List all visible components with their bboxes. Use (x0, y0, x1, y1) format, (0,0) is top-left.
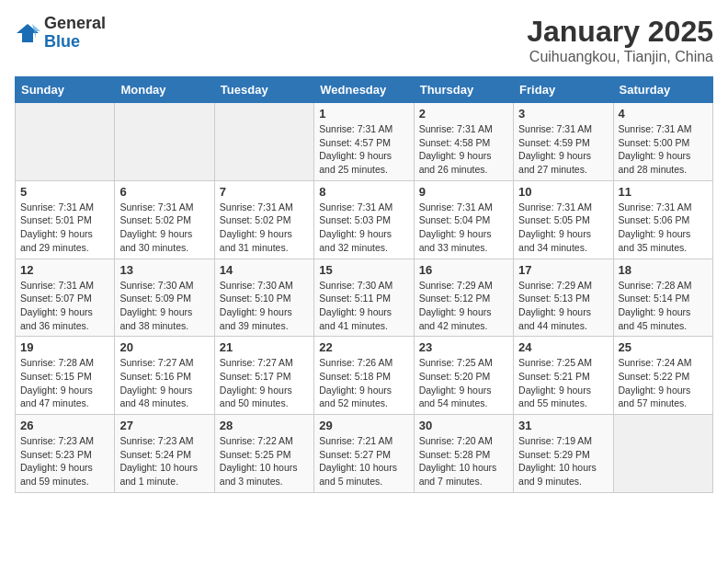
day-info: Sunrise: 7:29 AM Sunset: 5:13 PM Dayligh… (518, 279, 608, 333)
title-block: January 2025 Cuihuangkou, Tianjin, China (527, 15, 713, 65)
day-info: Sunrise: 7:19 AM Sunset: 5:29 PM Dayligh… (518, 434, 608, 488)
day-info: Sunrise: 7:30 AM Sunset: 5:10 PM Dayligh… (220, 279, 309, 333)
day-cell: 19Sunrise: 7:28 AM Sunset: 5:15 PM Dayli… (16, 337, 115, 415)
day-info: Sunrise: 7:22 AM Sunset: 5:25 PM Dayligh… (220, 434, 309, 488)
day-cell: 14Sunrise: 7:30 AM Sunset: 5:10 PM Dayli… (214, 259, 313, 337)
day-cell: 29Sunrise: 7:21 AM Sunset: 5:27 PM Dayli… (314, 415, 414, 493)
calendar-title: January 2025 (527, 15, 713, 49)
weekday-header-row: SundayMondayTuesdayWednesdayThursdayFrid… (16, 77, 713, 103)
day-number: 31 (518, 419, 608, 432)
day-number: 8 (319, 185, 408, 199)
weekday-header-monday: Monday (115, 77, 214, 103)
page-header: General Blue January 2025 Cuihuangkou, T… (15, 15, 713, 65)
day-cell: 27Sunrise: 7:23 AM Sunset: 5:24 PM Dayli… (115, 415, 214, 493)
weekday-header-wednesday: Wednesday (314, 77, 414, 103)
day-info: Sunrise: 7:30 AM Sunset: 5:09 PM Dayligh… (119, 279, 209, 333)
day-number: 17 (518, 263, 608, 277)
day-number: 1 (319, 107, 408, 121)
day-cell: 4Sunrise: 7:31 AM Sunset: 5:00 PM Daylig… (613, 103, 712, 181)
day-cell: 17Sunrise: 7:29 AM Sunset: 5:13 PM Dayli… (514, 259, 613, 337)
day-number: 7 (220, 185, 309, 199)
day-info: Sunrise: 7:29 AM Sunset: 5:12 PM Dayligh… (419, 279, 508, 333)
day-info: Sunrise: 7:25 AM Sunset: 5:21 PM Dayligh… (518, 356, 608, 410)
day-cell: 20Sunrise: 7:27 AM Sunset: 5:16 PM Dayli… (115, 337, 214, 415)
day-info: Sunrise: 7:30 AM Sunset: 5:11 PM Dayligh… (319, 279, 408, 333)
day-cell: 22Sunrise: 7:26 AM Sunset: 5:18 PM Dayli… (314, 337, 414, 415)
day-cell (16, 103, 115, 181)
day-info: Sunrise: 7:31 AM Sunset: 4:58 PM Dayligh… (419, 122, 508, 177)
day-number: 11 (619, 185, 708, 199)
day-number: 15 (319, 263, 408, 277)
day-info: Sunrise: 7:31 AM Sunset: 5:07 PM Dayligh… (20, 279, 109, 333)
day-cell: 7Sunrise: 7:31 AM Sunset: 5:02 PM Daylig… (214, 180, 313, 259)
day-number: 13 (119, 263, 209, 277)
weekday-header-tuesday: Tuesday (214, 77, 313, 103)
day-cell: 16Sunrise: 7:29 AM Sunset: 5:12 PM Dayli… (414, 259, 513, 337)
logo-text: General Blue (44, 15, 106, 52)
day-number: 24 (518, 340, 608, 354)
week-row-2: 5Sunrise: 7:31 AM Sunset: 5:01 PM Daylig… (16, 180, 713, 259)
weekday-header-saturday: Saturday (613, 77, 712, 103)
day-cell (214, 103, 313, 181)
day-cell: 15Sunrise: 7:30 AM Sunset: 5:11 PM Dayli… (314, 259, 414, 337)
day-info: Sunrise: 7:28 AM Sunset: 5:14 PM Dayligh… (619, 279, 708, 333)
day-cell: 1Sunrise: 7:31 AM Sunset: 4:57 PM Daylig… (314, 103, 414, 181)
day-cell (115, 103, 214, 181)
day-cell: 11Sunrise: 7:31 AM Sunset: 5:06 PM Dayli… (613, 180, 712, 259)
day-number: 25 (619, 340, 708, 354)
day-number: 4 (619, 107, 708, 121)
day-info: Sunrise: 7:21 AM Sunset: 5:27 PM Dayligh… (319, 434, 408, 488)
day-number: 29 (319, 419, 408, 432)
weekday-header-thursday: Thursday (414, 77, 513, 103)
day-info: Sunrise: 7:31 AM Sunset: 4:57 PM Dayligh… (319, 122, 408, 177)
day-info: Sunrise: 7:25 AM Sunset: 5:20 PM Dayligh… (419, 356, 508, 410)
day-cell: 21Sunrise: 7:27 AM Sunset: 5:17 PM Dayli… (214, 337, 313, 415)
day-cell: 3Sunrise: 7:31 AM Sunset: 4:59 PM Daylig… (514, 103, 613, 181)
day-info: Sunrise: 7:31 AM Sunset: 5:00 PM Dayligh… (619, 122, 708, 177)
day-cell: 28Sunrise: 7:22 AM Sunset: 5:25 PM Dayli… (214, 415, 313, 493)
week-row-5: 26Sunrise: 7:23 AM Sunset: 5:23 PM Dayli… (16, 415, 713, 493)
day-info: Sunrise: 7:24 AM Sunset: 5:22 PM Dayligh… (619, 356, 708, 410)
day-cell: 13Sunrise: 7:30 AM Sunset: 5:09 PM Dayli… (115, 259, 214, 337)
logo: General Blue (15, 15, 106, 52)
day-number: 22 (319, 340, 408, 354)
day-number: 16 (419, 263, 508, 277)
day-number: 3 (518, 107, 608, 121)
day-number: 12 (20, 263, 109, 277)
day-number: 20 (119, 340, 209, 354)
weekday-header-sunday: Sunday (16, 77, 115, 103)
day-cell: 8Sunrise: 7:31 AM Sunset: 5:03 PM Daylig… (314, 180, 414, 259)
day-cell: 5Sunrise: 7:31 AM Sunset: 5:01 PM Daylig… (16, 180, 115, 259)
day-info: Sunrise: 7:27 AM Sunset: 5:17 PM Dayligh… (220, 356, 309, 410)
day-number: 5 (20, 185, 109, 199)
day-info: Sunrise: 7:31 AM Sunset: 4:59 PM Dayligh… (518, 122, 608, 177)
day-number: 19 (20, 340, 109, 354)
day-number: 9 (419, 185, 508, 199)
day-cell (613, 415, 712, 493)
day-number: 27 (119, 419, 209, 432)
day-info: Sunrise: 7:31 AM Sunset: 5:03 PM Dayligh… (319, 201, 408, 255)
day-info: Sunrise: 7:23 AM Sunset: 5:23 PM Dayligh… (20, 434, 109, 488)
week-row-1: 1Sunrise: 7:31 AM Sunset: 4:57 PM Daylig… (16, 103, 713, 181)
day-cell: 31Sunrise: 7:19 AM Sunset: 5:29 PM Dayli… (514, 415, 613, 493)
day-info: Sunrise: 7:31 AM Sunset: 5:02 PM Dayligh… (119, 201, 209, 255)
weekday-header-friday: Friday (514, 77, 613, 103)
logo-icon (15, 20, 40, 46)
day-cell: 23Sunrise: 7:25 AM Sunset: 5:20 PM Dayli… (414, 337, 513, 415)
day-cell: 6Sunrise: 7:31 AM Sunset: 5:02 PM Daylig… (115, 180, 214, 259)
week-row-4: 19Sunrise: 7:28 AM Sunset: 5:15 PM Dayli… (16, 337, 713, 415)
day-info: Sunrise: 7:31 AM Sunset: 5:06 PM Dayligh… (619, 201, 708, 255)
day-cell: 26Sunrise: 7:23 AM Sunset: 5:23 PM Dayli… (16, 415, 115, 493)
logo-blue: Blue (44, 33, 106, 52)
day-cell: 12Sunrise: 7:31 AM Sunset: 5:07 PM Dayli… (16, 259, 115, 337)
day-cell: 2Sunrise: 7:31 AM Sunset: 4:58 PM Daylig… (414, 103, 513, 181)
day-info: Sunrise: 7:31 AM Sunset: 5:04 PM Dayligh… (419, 201, 508, 255)
day-info: Sunrise: 7:20 AM Sunset: 5:28 PM Dayligh… (419, 434, 508, 488)
day-info: Sunrise: 7:26 AM Sunset: 5:18 PM Dayligh… (319, 356, 408, 410)
day-cell: 30Sunrise: 7:20 AM Sunset: 5:28 PM Dayli… (414, 415, 513, 493)
day-info: Sunrise: 7:28 AM Sunset: 5:15 PM Dayligh… (20, 356, 109, 410)
day-number: 28 (220, 419, 309, 432)
day-info: Sunrise: 7:27 AM Sunset: 5:16 PM Dayligh… (119, 356, 209, 410)
day-number: 21 (220, 340, 309, 354)
day-cell: 9Sunrise: 7:31 AM Sunset: 5:04 PM Daylig… (414, 180, 513, 259)
